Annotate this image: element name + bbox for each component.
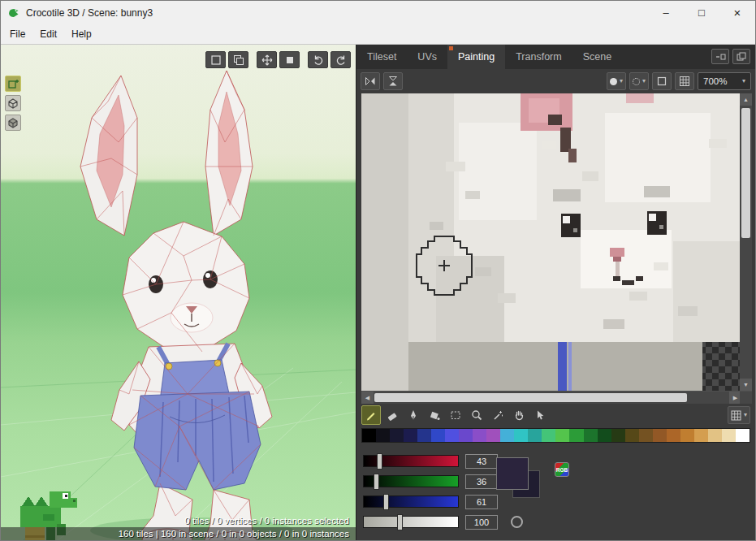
- menu-help[interactable]: Help: [64, 24, 99, 44]
- palette-swatch[interactable]: [514, 429, 528, 442]
- palette-swatch[interactable]: [459, 429, 473, 442]
- face-mode-button[interactable]: [279, 51, 300, 68]
- viewport-mode-tools: [5, 76, 21, 131]
- v-scroll-thumb[interactable]: [741, 108, 750, 238]
- opacity-value[interactable]: 100: [465, 515, 498, 530]
- tab-scene[interactable]: Scene: [572, 45, 622, 69]
- select-rect-tool-button[interactable]: [446, 405, 465, 425]
- green-slider-handle[interactable]: [374, 474, 379, 490]
- palette-swatch[interactable]: [667, 429, 680, 442]
- palette-swatch[interactable]: [722, 429, 736, 442]
- scroll-up-button[interactable]: ▲: [740, 93, 752, 106]
- primary-color-swatch[interactable]: [496, 457, 529, 490]
- texture-canvas-area: ▲ ▼ ◀ ▶: [361, 93, 752, 404]
- close-button[interactable]: ×: [719, 1, 755, 24]
- pencil-tool-button[interactable]: [361, 405, 381, 425]
- palette-swatch[interactable]: [708, 429, 722, 442]
- dock-panel-icon-button[interactable]: [711, 49, 729, 64]
- red-slider-handle[interactable]: [377, 453, 382, 470]
- blue-slider-handle[interactable]: [383, 494, 389, 510]
- draw-tile-tool-button[interactable]: [5, 76, 21, 92]
- maximize-button[interactable]: □: [684, 1, 719, 24]
- palette-swatch[interactable]: [390, 429, 404, 442]
- brush-pattern-dropdown[interactable]: ▾: [629, 72, 649, 90]
- palette-swatch[interactable]: [625, 429, 639, 442]
- palette-swatch[interactable]: [569, 429, 583, 442]
- palette-swatch[interactable]: [555, 429, 569, 442]
- green-slider[interactable]: [363, 475, 459, 487]
- chevron-down-icon: ▾: [620, 78, 623, 84]
- grid-toggle-button[interactable]: [675, 72, 694, 90]
- tile-mode-button[interactable]: [228, 51, 248, 68]
- paint-toolbar: ▾ ▾ 700%▾: [356, 69, 755, 93]
- move-gizmo-button[interactable]: [257, 51, 277, 68]
- undo-button[interactable]: [308, 51, 328, 68]
- palette-swatch[interactable]: [736, 429, 750, 442]
- popout-panel-icon-button[interactable]: [732, 49, 750, 64]
- rgb-mode-button[interactable]: RGB: [555, 462, 569, 477]
- pen-tool-button[interactable]: [404, 405, 423, 425]
- edit-face-tool-button[interactable]: [5, 115, 21, 131]
- tab-uvs[interactable]: UVs: [407, 45, 447, 69]
- palette-swatch[interactable]: [362, 429, 376, 442]
- edit-vertex-tool-button[interactable]: [5, 95, 21, 111]
- tile-bounds-button[interactable]: [652, 72, 672, 90]
- color-picker-button[interactable]: [511, 516, 523, 528]
- palette-swatch[interactable]: [500, 429, 514, 442]
- pan-tool-button[interactable]: [509, 405, 529, 425]
- fill-tool-button[interactable]: [425, 405, 444, 425]
- palette-swatch[interactable]: [653, 429, 667, 442]
- tab-transform[interactable]: Transform: [505, 45, 572, 69]
- horizontal-scrollbar[interactable]: ◀ ▶: [361, 392, 741, 404]
- palette-swatch[interactable]: [542, 429, 555, 442]
- palette-swatch[interactable]: [528, 429, 542, 442]
- mirror-y-button[interactable]: [383, 72, 403, 90]
- window-title: Crocotile 3D / Scene: bunny3: [26, 7, 153, 19]
- opacity-slider-handle[interactable]: [397, 514, 403, 530]
- palette-swatch[interactable]: [404, 429, 417, 442]
- palette-swatch[interactable]: [680, 429, 694, 442]
- palette-swatch[interactable]: [445, 429, 459, 442]
- palette-swatch[interactable]: [486, 429, 500, 442]
- texture-canvas[interactable]: [361, 93, 741, 391]
- menu-edit[interactable]: Edit: [32, 24, 64, 44]
- color-palette: [361, 428, 750, 443]
- minimize-button[interactable]: –: [648, 1, 684, 24]
- mirror-x-button[interactable]: [361, 72, 380, 90]
- zoom-tool-button[interactable]: [467, 405, 486, 425]
- redo-button[interactable]: [330, 51, 351, 68]
- blue-slider[interactable]: [363, 496, 459, 508]
- palette-swatch[interactable]: [584, 429, 598, 442]
- eraser-tool-button[interactable]: [382, 405, 402, 425]
- select-box-button[interactable]: [205, 51, 226, 68]
- palette-swatch[interactable]: [639, 429, 653, 442]
- menu-file[interactable]: File: [2, 24, 32, 44]
- tab-painting[interactable]: Painting: [447, 45, 505, 69]
- scroll-down-button[interactable]: ▼: [740, 379, 752, 391]
- panel-tab-bar: Tileset UVs Painting Transform Scene: [356, 45, 755, 69]
- red-value[interactable]: 43: [465, 454, 498, 469]
- wand-tool-button[interactable]: [488, 405, 508, 425]
- move-tool-button[interactable]: [530, 405, 550, 425]
- h-scroll-thumb[interactable]: [374, 393, 687, 402]
- brush-shape-dropdown[interactable]: ▾: [607, 72, 626, 90]
- palette-dropdown[interactable]: ▾: [728, 406, 750, 424]
- palette-swatch[interactable]: [611, 429, 625, 442]
- palette-swatch[interactable]: [431, 429, 445, 442]
- vertical-scrollbar[interactable]: ▲ ▼: [740, 93, 752, 391]
- tab-tileset[interactable]: Tileset: [356, 45, 407, 69]
- green-value[interactable]: 36: [465, 474, 498, 489]
- blue-value[interactable]: 61: [465, 495, 498, 509]
- palette-swatch[interactable]: [376, 429, 390, 442]
- scene-3d-render: [1, 45, 356, 540]
- palette-swatch[interactable]: [598, 429, 611, 442]
- palette-swatch[interactable]: [473, 429, 486, 442]
- crocotile-logo-icon: [7, 6, 20, 19]
- scroll-left-button[interactable]: ◀: [361, 392, 374, 404]
- viewport-3d[interactable]: 0 tiles / 0 vertices / 0 instances selec…: [1, 45, 356, 540]
- opacity-slider[interactable]: [363, 516, 459, 528]
- zoom-select[interactable]: 700%▾: [698, 72, 751, 90]
- palette-swatch[interactable]: [694, 429, 708, 442]
- palette-swatch[interactable]: [417, 429, 431, 442]
- red-slider[interactable]: [363, 455, 459, 467]
